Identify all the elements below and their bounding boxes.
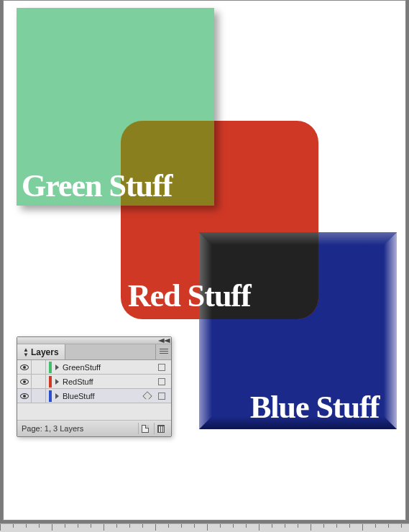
layers-tab[interactable]: ▲▼ Layers	[17, 344, 65, 359]
document-canvas[interactable]: Green Stuff Red Stuff Blue Stuff ◀◀ ▲▼ L…	[3, 0, 406, 520]
bevel-right	[384, 232, 397, 429]
selection-indicator[interactable]	[158, 393, 165, 400]
delete-layer-button[interactable]	[154, 423, 167, 434]
eye-icon	[20, 393, 29, 399]
active-layer-pen-icon	[143, 392, 152, 400]
layer-name[interactable]: GreenStuff	[63, 363, 152, 372]
collapse-chevron-icon[interactable]: ◀◀	[158, 337, 170, 344]
layers-panel[interactable]: ◀◀ ▲▼ Layers GreenStuff	[17, 336, 172, 437]
menu-icon	[160, 349, 168, 355]
layer-row-red[interactable]: RedStuff	[17, 375, 171, 389]
layer-name[interactable]: BlueStuff	[63, 392, 139, 400]
panel-title: Layers	[31, 347, 59, 357]
disclosure-triangle-icon[interactable]	[55, 364, 59, 370]
panel-menu-button[interactable]	[155, 344, 171, 359]
eye-icon	[20, 379, 29, 385]
layer-list-empty-area[interactable]	[17, 403, 171, 421]
layer-row-green[interactable]: GreenStuff	[17, 360, 171, 375]
lock-toggle[interactable]	[32, 389, 46, 403]
new-page-icon	[142, 425, 149, 433]
disclosure-triangle-icon[interactable]	[55, 379, 59, 385]
layer-row-blue[interactable]: BlueStuff	[17, 389, 171, 403]
visibility-toggle[interactable]	[17, 389, 32, 403]
lock-toggle[interactable]	[32, 360, 46, 374]
sort-arrows-icon: ▲▼	[23, 347, 29, 357]
visibility-toggle[interactable]	[17, 375, 32, 388]
red-shape-label[interactable]: Red Stuff	[128, 278, 251, 314]
layer-name[interactable]: RedStuff	[63, 377, 152, 386]
layer-color-swatch	[49, 362, 52, 373]
green-shape-label[interactable]: Green Stuff	[22, 168, 172, 204]
panel-tab-bar: ▲▼ Layers	[17, 344, 171, 360]
selection-indicator[interactable]	[158, 364, 165, 371]
panel-footer: Page: 1, 3 Layers	[17, 421, 171, 436]
new-layer-button[interactable]	[138, 423, 151, 434]
horizontal-ruler[interactable]	[0, 523, 409, 532]
layer-color-swatch	[49, 376, 52, 387]
visibility-toggle[interactable]	[17, 360, 32, 374]
eye-icon	[20, 364, 29, 370]
panel-collapse-bar[interactable]: ◀◀	[17, 337, 171, 344]
trash-icon	[157, 425, 165, 433]
lock-toggle[interactable]	[32, 375, 46, 388]
selection-indicator[interactable]	[158, 378, 165, 385]
layer-color-swatch	[49, 390, 52, 402]
panel-status-text: Page: 1, 3 Layers	[22, 424, 135, 433]
blue-shape-label[interactable]: Blue Stuff	[250, 389, 379, 426]
disclosure-triangle-icon[interactable]	[55, 393, 59, 399]
